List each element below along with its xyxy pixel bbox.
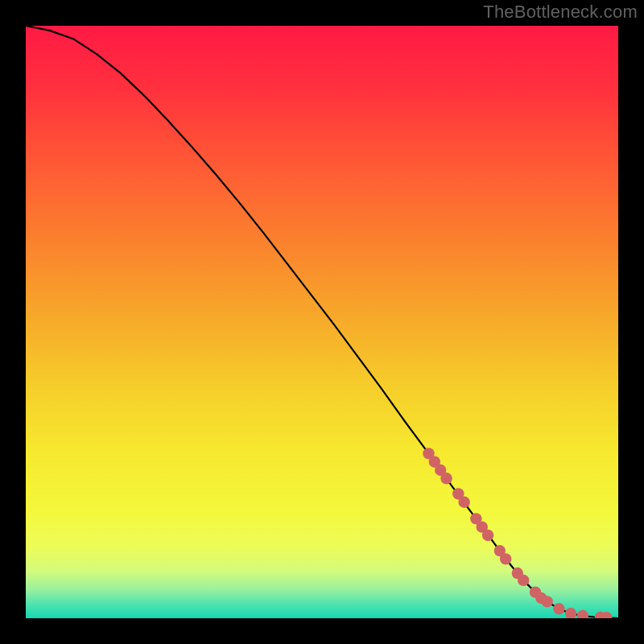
data-point	[541, 596, 552, 607]
chart-frame: TheBottleneck.com	[0, 0, 644, 644]
data-point	[458, 497, 469, 508]
data-point	[482, 530, 493, 541]
gradient-background	[26, 26, 618, 618]
chart-svg	[26, 26, 618, 618]
data-point	[440, 473, 452, 484]
data-point	[553, 603, 564, 614]
plot-area	[26, 26, 618, 618]
data-point	[500, 553, 511, 564]
data-point	[518, 575, 529, 586]
watermark-text: TheBottleneck.com	[483, 2, 638, 23]
